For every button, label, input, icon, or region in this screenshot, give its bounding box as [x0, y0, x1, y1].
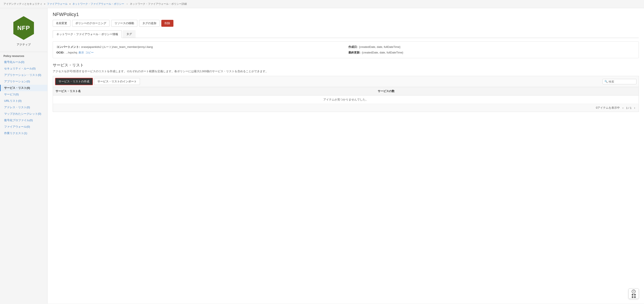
- next-page-button[interactable]: ›: [633, 106, 636, 110]
- created-value: {createdDate, date, fullDateTime}: [359, 45, 400, 48]
- breadcrumb-current: ネットワーク・ファイアウォール・ポリシー詳細: [130, 2, 187, 5]
- sidebar-section-title: Policy resources: [0, 53, 47, 59]
- hexagon-shape: NFP: [12, 16, 36, 40]
- add-tag-button[interactable]: タグの追加: [139, 20, 160, 27]
- help-dot-2: [634, 294, 636, 296]
- sidebar-item-decryption-rules[interactable]: 復号化ルール(0): [0, 59, 47, 65]
- main-content: NFWPolicy1 名前変更 ポリシーのクローニング リソースの移動 タグの追…: [48, 8, 644, 304]
- sidebar-item-mapped-secrets[interactable]: マップされたシークレット(0): [0, 111, 47, 117]
- sidebar-item-security-rules[interactable]: セキュリティ・ルール(0): [0, 65, 47, 72]
- page-info: 1 / 1: [626, 106, 632, 110]
- rename-button[interactable]: 名前変更: [53, 20, 70, 27]
- sidebar-divider-top: [0, 52, 47, 52]
- table-toolbar: サービス・リストの作成 サービス・リストのインポート 🔍: [53, 76, 639, 87]
- delete-button[interactable]: 削除: [161, 20, 174, 27]
- tab-policy-info[interactable]: ネットワーク・ファイアウォール・ポリシー情報: [53, 30, 122, 38]
- search-input[interactable]: [608, 80, 634, 83]
- search-box: 🔍: [602, 79, 636, 84]
- table-header: サービス・リスト名 サービスの数: [53, 87, 639, 96]
- sidebar-item-service[interactable]: サービス(0): [0, 91, 47, 98]
- ocid-label: OCID:: [56, 51, 64, 54]
- service-list-table: サービス・リスト名 サービスの数 アイテムが見つかりませんでした。: [53, 87, 639, 104]
- sidebar-item-url-list[interactable]: URLリスト(0): [0, 98, 47, 104]
- table-body: アイテムが見つかりませんでした。: [53, 96, 639, 104]
- created-label: 作成日:: [348, 45, 358, 49]
- breadcrumb: アイデンティティとセキュリティ » ファイアウォール » ネットワーク・ファイア…: [0, 0, 644, 8]
- clone-button[interactable]: ポリシーのクローニング: [72, 20, 110, 27]
- info-row-updated: 最終更新: {createdDate, date, fullDateTime}: [348, 51, 635, 55]
- help-dot-1: [632, 294, 634, 296]
- info-row-created: 作成日: {createdDate, date, fullDateTime}: [348, 45, 635, 49]
- sidebar-item-work-requests[interactable]: 作業リクエスト(1): [0, 130, 47, 137]
- import-service-list-button[interactable]: サービス・リストのインポート: [94, 78, 140, 85]
- info-row-ocid: OCID: ...hqochq 表示 コピー: [56, 51, 343, 55]
- create-service-list-button[interactable]: サービス・リストの作成: [55, 78, 93, 85]
- info-row-compartment: コンパートメント: orasejapankids2 (ルート)/sec_team…: [56, 45, 343, 49]
- breadcrumb-item-identity: アイデンティティとセキュリティ: [4, 2, 42, 5]
- compartment-value: orasejapankids2 (ルート)/sec_team_member/je…: [81, 45, 153, 49]
- logo-area: NFP アクティブ: [0, 12, 47, 51]
- breadcrumb-link-firewall[interactable]: ファイアウォール: [47, 2, 68, 5]
- ocid-value: ...hqochq: [66, 51, 77, 54]
- sidebar-item-firewall[interactable]: ファイアウォール(0): [0, 124, 47, 130]
- updated-value: {createdDate, date, fullDateTime}: [362, 51, 403, 54]
- hexagon-logo: NFP: [11, 15, 37, 41]
- search-icon: 🔍: [604, 80, 608, 83]
- tab-tags[interactable]: タグ: [123, 30, 136, 38]
- toolbar-left: サービス・リストの作成 サービス・リストのインポート: [55, 78, 140, 85]
- service-list-desc: アクセスを許可/拒否するサービスのリストを作成します。それぞれのポート範囲を定義…: [53, 69, 639, 73]
- breadcrumb-link-policy[interactable]: ネットワーク・ファイアウォール・ポリシー: [72, 2, 124, 5]
- sidebar: NFP アクティブ Policy resources 復号化ルール(0) セキュ…: [0, 8, 48, 304]
- service-list-title: サービス・リスト: [53, 63, 639, 68]
- table-footer: 0アイテムを表示中 ‹ 1 / 1 ›: [53, 104, 639, 112]
- help-dots: [632, 294, 636, 298]
- sidebar-item-app-list[interactable]: アプリケーション・リスト(0): [0, 72, 47, 78]
- info-grid: コンパートメント: orasejapankids2 (ルート)/sec_team…: [56, 45, 635, 55]
- help-button[interactable]: ?: [628, 289, 639, 299]
- status-label: アクティブ: [17, 43, 31, 47]
- ocid-copy-link[interactable]: コピー: [85, 51, 94, 55]
- logo-text: NFP: [17, 24, 30, 31]
- move-button[interactable]: リソースの移動: [111, 20, 137, 27]
- prev-page-button[interactable]: ‹: [622, 106, 624, 110]
- col-header-count: サービスの数: [375, 87, 639, 96]
- page-title: NFWPolicy1: [53, 12, 639, 17]
- sidebar-item-service-list[interactable]: サービス・リスト(0): [0, 85, 47, 91]
- action-bar: 名前変更 ポリシーのクローニング リソースの移動 タグの追加 削除: [53, 20, 639, 27]
- info-section: コンパートメント: orasejapankids2 (ルート)/sec_team…: [53, 41, 639, 58]
- table-empty-row: アイテムが見つかりませんでした。: [53, 96, 639, 104]
- ocid-show-link[interactable]: 表示: [78, 51, 84, 55]
- sidebar-item-address-list[interactable]: アドレス・リスト(0): [0, 104, 47, 111]
- sidebar-item-decryption-profile[interactable]: 復号化プロファイル(0): [0, 117, 47, 124]
- updated-label: 最終更新:: [348, 51, 360, 55]
- empty-message: アイテムが見つかりませんでした。: [53, 96, 639, 104]
- compartment-label: コンパートメント:: [56, 45, 80, 49]
- help-dot-3: [632, 296, 634, 298]
- help-icon: ?: [632, 290, 636, 294]
- col-header-name: サービス・リスト名: [53, 87, 375, 96]
- sidebar-item-application[interactable]: アプリケーション(0): [0, 78, 47, 85]
- tabs: ネットワーク・ファイアウォール・ポリシー情報 タグ: [53, 30, 639, 38]
- help-dot-4: [634, 296, 636, 298]
- items-shown: 0アイテムを表示中: [596, 106, 620, 110]
